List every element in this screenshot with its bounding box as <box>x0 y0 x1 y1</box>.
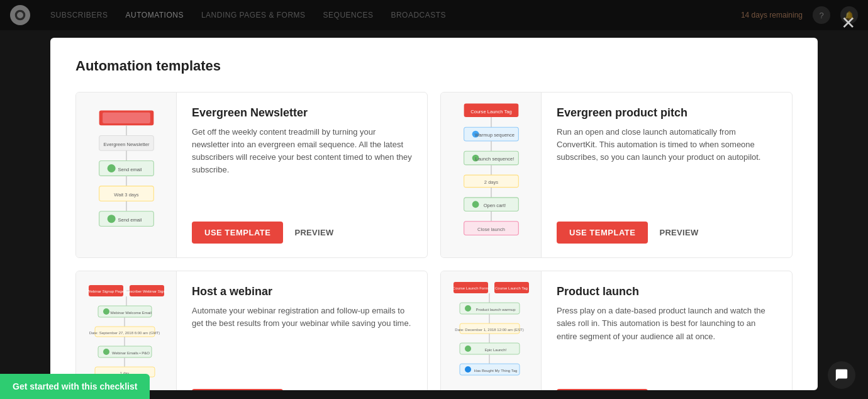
svg-text:Send email: Send email <box>118 217 142 223</box>
svg-text:Evergreen Newsletter: Evergreen Newsletter <box>103 142 149 147</box>
template-preview-host-webinar: Webinar Signup Page Subscriber Webinar S… <box>76 271 177 390</box>
template-name-host-webinar: Host a webinar <box>192 285 412 298</box>
svg-text:Course Launch Form: Course Launch Form <box>452 286 487 290</box>
svg-text:Send email: Send email <box>118 167 142 172</box>
template-desc-evergreen-product-pitch: Run an open and close launch automatical… <box>557 126 777 164</box>
checklist-banner[interactable]: Get started with this checklist <box>0 374 150 399</box>
svg-text:Warmup sequence: Warmup sequence <box>474 132 514 138</box>
svg-text:Webinar Welcome Email: Webinar Welcome Email <box>110 311 151 315</box>
template-preview-evergreen-newsletter: Evergreen Newsletter Send email Wait 3 d… <box>76 93 177 257</box>
svg-text:Wait 3 days: Wait 3 days <box>114 192 139 198</box>
svg-text:Date: September 27, 2018 6:00 : Date: September 27, 2018 6:00 am (GMT) <box>89 331 160 335</box>
svg-point-45 <box>103 308 109 315</box>
use-template-evergreen-newsletter[interactable]: USE TEMPLATE <box>192 222 283 244</box>
svg-text:Course Launch Tag: Course Launch Tag <box>470 109 512 115</box>
use-template-host-webinar[interactable]: USE TEMPLATE <box>192 389 283 390</box>
preview-evergreen-newsletter[interactable]: PREVIEW <box>294 228 333 237</box>
template-preview-evergreen-product-pitch: Course Launch Tag Warmup sequence Launch… <box>441 93 542 257</box>
modal-close-button[interactable]: ✕ <box>841 13 855 33</box>
use-template-product-launch[interactable]: USE TEMPLATE <box>557 389 648 390</box>
svg-point-63 <box>465 305 471 312</box>
svg-point-70 <box>465 346 471 352</box>
template-card-evergreen-product-pitch: Course Launch Tag Warmup sequence Launch… <box>440 92 793 258</box>
svg-text:Open cart!: Open cart! <box>483 203 505 208</box>
preview-evergreen-product-pitch[interactable]: PREVIEW <box>659 228 698 237</box>
svg-point-9 <box>107 164 115 172</box>
svg-point-16 <box>107 215 115 223</box>
svg-text:2 days: 2 days <box>484 179 498 185</box>
template-content-host-webinar: Host a webinar Automate your webinar reg… <box>177 271 427 390</box>
template-actions-product-launch: USE TEMPLATE PREVIEW <box>557 389 777 390</box>
template-card-evergreen-newsletter: Evergreen Newsletter Send email Wait 3 d… <box>75 92 428 258</box>
template-card-host-webinar: Webinar Signup Page Subscriber Webinar S… <box>75 271 428 390</box>
template-name-evergreen-product-pitch: Evergreen product pitch <box>557 106 777 120</box>
template-actions-evergreen-newsletter: USE TEMPLATE PREVIEW <box>192 222 412 244</box>
svg-text:Launch sequence!: Launch sequence! <box>475 156 514 162</box>
svg-text:Has Bought My Thing Tag: Has Bought My Thing Tag <box>474 369 517 373</box>
svg-point-74 <box>465 366 471 373</box>
template-name-product-launch: Product launch <box>557 285 777 298</box>
svg-text:Course Launch Tag: Course Launch Tag <box>495 286 528 290</box>
svg-text:Epic Launch!: Epic Launch! <box>484 348 506 352</box>
template-desc-evergreen-newsletter: Get off the weekly content treadmill by … <box>192 126 412 177</box>
template-content-evergreen-newsletter: Evergreen Newsletter Get off the weekly … <box>177 93 427 257</box>
chat-button[interactable] <box>828 361 855 389</box>
use-template-evergreen-product-pitch[interactable]: USE TEMPLATE <box>557 222 648 244</box>
template-preview-product-launch: Course Launch Form Course Launch Tag Pro… <box>441 271 542 390</box>
templates-grid: Evergreen Newsletter Send email Wait 3 d… <box>75 92 793 390</box>
svg-text:Webinar Emails • P&O: Webinar Emails • P&O <box>111 351 149 355</box>
svg-text:Webinar Signup Page: Webinar Signup Page <box>87 289 124 293</box>
template-actions-host-webinar: USE TEMPLATE PREVIEW <box>192 389 412 390</box>
template-desc-host-webinar: Automate your webinar registration and f… <box>192 305 412 330</box>
template-content-evergreen-product-pitch: Evergreen product pitch Run an open and … <box>542 93 792 257</box>
template-desc-product-launch: Press play on a date-based product launc… <box>557 305 777 342</box>
template-card-product-launch: Course Launch Form Course Launch Tag Pro… <box>440 271 793 390</box>
automation-templates-modal: Automation templates Evergreen Newslette… <box>50 38 818 390</box>
svg-text:Subscriber Webinar Signup: Subscriber Webinar Signup <box>123 289 167 293</box>
svg-text:Close launch: Close launch <box>477 227 505 232</box>
svg-point-33 <box>472 201 479 208</box>
template-content-product-launch: Product launch Press play on a date-base… <box>542 271 792 390</box>
svg-text:Date: December 1, 2018 12:00 a: Date: December 1, 2018 12:00 am (EST) <box>455 328 523 332</box>
svg-point-52 <box>103 349 109 355</box>
modal-overlay: Automation templates Evergreen Newslette… <box>0 0 868 399</box>
svg-text:Product launch warmup: Product launch warmup <box>476 308 516 312</box>
svg-rect-3 <box>103 112 150 123</box>
modal-title: Automation templates <box>75 58 793 74</box>
template-name-evergreen-newsletter: Evergreen Newsletter <box>192 106 412 120</box>
template-actions-evergreen-product-pitch: USE TEMPLATE PREVIEW <box>557 222 777 244</box>
